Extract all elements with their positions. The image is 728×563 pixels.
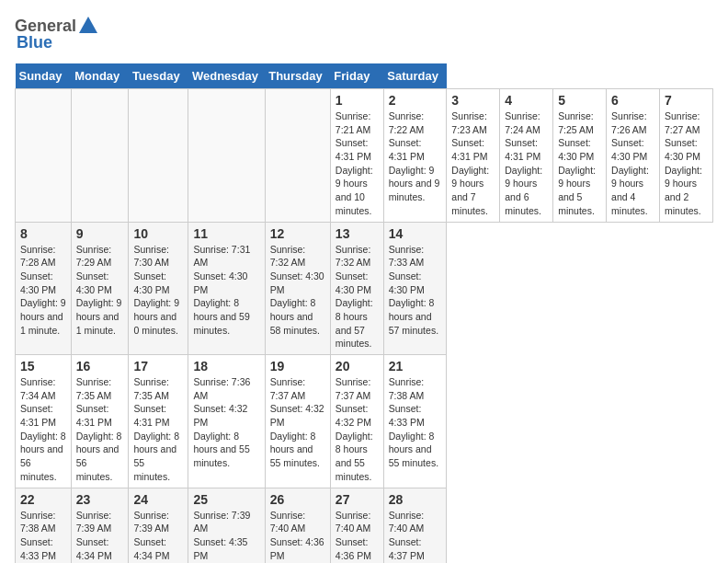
calendar-cell: 22 Sunrise: 7:38 AMSunset: 4:33 PMDaylig… [16,488,72,563]
calendar-cell: 10 Sunrise: 7:30 AMSunset: 4:30 PMDaylig… [129,222,188,355]
day-number: 2 [389,93,442,108]
day-info: Sunrise: 7:39 AMSunset: 4:35 PMDaylight:… [193,509,259,564]
calendar-cell [16,89,72,223]
calendar-cell [71,89,129,223]
logo-icon [77,15,99,37]
calendar-cell: 7 Sunrise: 7:27 AMSunset: 4:30 PMDayligh… [659,89,712,223]
weekday-header-thursday: Thursday [265,63,330,89]
day-number: 11 [193,226,259,241]
day-number: 6 [611,93,654,108]
calendar-week-1: 1 Sunrise: 7:21 AMSunset: 4:31 PMDayligh… [16,89,713,223]
day-info: Sunrise: 7:32 AMSunset: 4:30 PMDaylight:… [270,243,325,338]
day-number: 17 [133,359,183,373]
day-info: Sunrise: 7:25 AMSunset: 4:30 PMDaylight:… [558,109,601,218]
calendar-cell: 18 Sunrise: 7:36 AMSunset: 4:32 PMDaylig… [188,355,265,488]
day-number: 23 [76,492,124,507]
day-info: Sunrise: 7:37 AMSunset: 4:32 PMDaylight:… [336,375,379,484]
day-info: Sunrise: 7:37 AMSunset: 4:32 PMDaylight:… [270,375,325,470]
day-info: Sunrise: 7:35 AMSunset: 4:31 PMDaylight:… [133,375,183,484]
calendar-cell: 6 Sunrise: 7:26 AMSunset: 4:30 PMDayligh… [607,89,660,223]
day-info: Sunrise: 7:26 AMSunset: 4:30 PMDaylight:… [611,109,654,218]
day-info: Sunrise: 7:34 AMSunset: 4:31 PMDaylight:… [20,375,66,484]
calendar-cell: 8 Sunrise: 7:28 AMSunset: 4:30 PMDayligh… [16,222,72,355]
calendar-cell: 26 Sunrise: 7:40 AMSunset: 4:36 PMDaylig… [265,488,330,563]
day-number: 26 [270,492,325,507]
day-info: Sunrise: 7:40 AMSunset: 4:36 PMDaylight:… [336,509,379,564]
calendar-cell: 24 Sunrise: 7:39 AMSunset: 4:34 PMDaylig… [129,488,188,563]
calendar-cell: 17 Sunrise: 7:35 AMSunset: 4:31 PMDaylig… [129,355,188,488]
calendar-cell: 19 Sunrise: 7:37 AMSunset: 4:32 PMDaylig… [265,355,330,488]
day-number: 4 [505,93,548,108]
day-number: 19 [270,359,325,373]
day-number: 20 [336,359,379,373]
day-info: Sunrise: 7:33 AMSunset: 4:30 PMDaylight:… [389,243,442,338]
calendar-cell: 25 Sunrise: 7:39 AMSunset: 4:35 PMDaylig… [188,488,265,563]
day-number: 7 [665,93,708,108]
calendar-cell: 27 Sunrise: 7:40 AMSunset: 4:36 PMDaylig… [330,488,383,563]
weekday-header-friday: Friday [330,63,383,89]
day-number: 28 [389,492,442,507]
day-info: Sunrise: 7:36 AMSunset: 4:32 PMDaylight:… [193,375,259,470]
day-number: 12 [270,226,325,241]
calendar-cell: 13 Sunrise: 7:32 AMSunset: 4:30 PMDaylig… [330,222,383,355]
day-number: 21 [389,359,442,373]
calendar-cell: 20 Sunrise: 7:37 AMSunset: 4:32 PMDaylig… [330,355,383,488]
day-info: Sunrise: 7:24 AMSunset: 4:31 PMDaylight:… [505,109,548,218]
day-number: 10 [133,226,183,241]
day-info: Sunrise: 7:30 AMSunset: 4:30 PMDaylight:… [133,243,183,338]
calendar-week-4: 22 Sunrise: 7:38 AMSunset: 4:33 PMDaylig… [16,488,713,563]
day-info: Sunrise: 7:23 AMSunset: 4:31 PMDaylight:… [451,109,495,218]
day-number: 27 [336,492,379,507]
calendar-cell: 2 Sunrise: 7:22 AMSunset: 4:31 PMDayligh… [383,89,447,223]
svg-marker-0 [79,17,97,33]
weekday-header-tuesday: Tuesday [129,63,188,89]
day-number: 9 [76,226,124,241]
day-info: Sunrise: 7:29 AMSunset: 4:30 PMDaylight:… [76,243,124,338]
calendar-cell: 1 Sunrise: 7:21 AMSunset: 4:31 PMDayligh… [330,89,383,223]
logo: General Blue [15,15,100,52]
day-number: 8 [20,226,66,241]
day-info: Sunrise: 7:39 AMSunset: 4:34 PMDaylight:… [133,509,183,564]
calendar-cell: 12 Sunrise: 7:32 AMSunset: 4:30 PMDaylig… [265,222,330,355]
weekday-header-monday: Monday [71,63,129,89]
day-info: Sunrise: 7:39 AMSunset: 4:34 PMDaylight:… [76,509,124,564]
day-info: Sunrise: 7:22 AMSunset: 4:31 PMDaylight:… [389,109,442,204]
page-header: General Blue [15,15,713,52]
weekday-header-wednesday: Wednesday [188,63,265,89]
day-info: Sunrise: 7:32 AMSunset: 4:30 PMDaylight:… [336,243,379,351]
weekday-header-sunday: Sunday [16,63,72,89]
calendar-cell: 28 Sunrise: 7:40 AMSunset: 4:37 PMDaylig… [383,488,447,563]
day-info: Sunrise: 7:40 AMSunset: 4:37 PMDaylight:… [389,509,442,564]
day-info: Sunrise: 7:38 AMSunset: 4:33 PMDaylight:… [20,509,66,564]
calendar-cell: 4 Sunrise: 7:24 AMSunset: 4:31 PMDayligh… [500,89,553,223]
weekday-header-row: SundayMondayTuesdayWednesdayThursdayFrid… [16,63,713,89]
calendar-cell: 5 Sunrise: 7:25 AMSunset: 4:30 PMDayligh… [553,89,607,223]
calendar-cell [129,89,188,223]
weekday-header-saturday: Saturday [383,63,447,89]
day-number: 18 [193,359,259,373]
calendar-body: 1 Sunrise: 7:21 AMSunset: 4:31 PMDayligh… [16,89,713,564]
calendar-cell: 11 Sunrise: 7:31 AMSunset: 4:30 PMDaylig… [188,222,265,355]
calendar-cell [188,89,265,223]
day-number: 15 [20,359,66,373]
calendar-table: SundayMondayTuesdayWednesdayThursdayFrid… [15,63,713,563]
calendar-cell: 9 Sunrise: 7:29 AMSunset: 4:30 PMDayligh… [71,222,129,355]
day-number: 1 [336,93,379,108]
day-number: 25 [193,492,259,507]
day-info: Sunrise: 7:38 AMSunset: 4:33 PMDaylight:… [389,375,442,470]
day-number: 22 [20,492,66,507]
day-info: Sunrise: 7:27 AMSunset: 4:30 PMDaylight:… [665,109,708,218]
calendar-week-3: 15 Sunrise: 7:34 AMSunset: 4:31 PMDaylig… [16,355,713,488]
day-number: 14 [389,226,442,241]
calendar-cell: 14 Sunrise: 7:33 AMSunset: 4:30 PMDaylig… [383,222,447,355]
logo-blue-text: Blue [17,33,52,52]
calendar-cell: 21 Sunrise: 7:38 AMSunset: 4:33 PMDaylig… [383,355,447,488]
day-info: Sunrise: 7:31 AMSunset: 4:30 PMDaylight:… [193,243,259,338]
day-info: Sunrise: 7:21 AMSunset: 4:31 PMDaylight:… [336,109,379,218]
day-info: Sunrise: 7:35 AMSunset: 4:31 PMDaylight:… [76,375,124,484]
calendar-cell: 15 Sunrise: 7:34 AMSunset: 4:31 PMDaylig… [16,355,72,488]
calendar-cell: 23 Sunrise: 7:39 AMSunset: 4:34 PMDaylig… [71,488,129,563]
day-number: 5 [558,93,601,108]
day-number: 3 [451,93,495,108]
day-number: 24 [133,492,183,507]
